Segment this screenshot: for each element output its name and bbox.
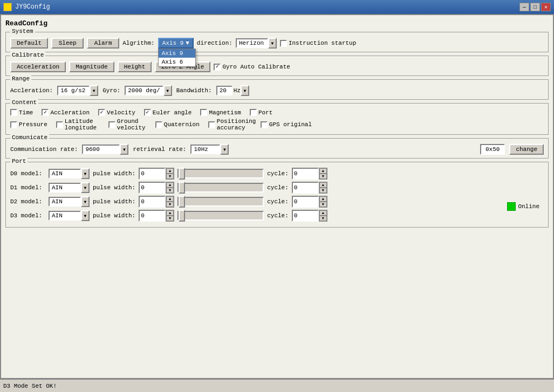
port-checkbox-container[interactable]: Port	[250, 109, 272, 116]
d2-cycle-spinbox[interactable]: ▲ ▼	[292, 196, 327, 208]
d2-slider[interactable]	[177, 197, 264, 207]
d2-model-select[interactable]: AIN ▼	[49, 196, 90, 207]
euler-checkbox-container[interactable]: Euler angle	[144, 109, 192, 116]
d0-model-select[interactable]: AIN ▼	[49, 168, 90, 179]
d0-pulse-spinbox-btns[interactable]: ▲ ▼	[166, 168, 174, 180]
d1-model-arrow[interactable]: ▼	[81, 182, 90, 193]
acceleration-button[interactable]: Acceleration	[10, 61, 66, 72]
d1-cycle-spinbox[interactable]: ▲ ▼	[292, 182, 327, 194]
comm-rate-select-container[interactable]: 9600 ▼	[82, 144, 128, 155]
d1-pulse-spinbox[interactable]: ▲ ▼	[139, 182, 174, 194]
bandwidth-arrow-button[interactable]: ▼	[241, 85, 249, 96]
direction-select-container[interactable]: Herizon ▼	[236, 38, 277, 49]
d2-cycle-input[interactable]	[292, 196, 319, 208]
d1-cycle-input[interactable]	[292, 182, 319, 194]
euler-checkbox[interactable]	[144, 109, 151, 116]
default-button[interactable]: Default	[10, 38, 48, 49]
minimize-button[interactable]: —	[519, 3, 529, 11]
gyro-auto-container[interactable]: Gyro Auto Calibrate	[214, 64, 290, 71]
accleration-select-container[interactable]: 16 g/s2 ▼	[57, 85, 98, 96]
d3-slider[interactable]	[177, 211, 264, 221]
latitude-checkbox[interactable]	[56, 121, 63, 128]
d0-pulse-up[interactable]: ▲	[166, 168, 174, 174]
positioning-checkbox-container[interactable]: Positioning accuracy	[208, 118, 252, 131]
d1-model-select[interactable]: AIN ▼	[49, 182, 90, 193]
algorithm-option-axis9[interactable]: Axis 9	[159, 49, 195, 58]
d2-pulse-input[interactable]	[139, 196, 166, 208]
ground-velocity-checkbox-container[interactable]: Ground velocity	[108, 118, 147, 131]
d2-cycle-down[interactable]: ▼	[319, 202, 327, 207]
time-checkbox[interactable]	[10, 109, 17, 116]
accleration-checkbox[interactable]	[42, 109, 49, 116]
d0-cycle-up[interactable]: ▲	[319, 168, 327, 174]
magnetism-checkbox-container[interactable]: Magnetism	[200, 109, 241, 116]
d3-cycle-spinbox-btns[interactable]: ▲ ▼	[319, 210, 327, 222]
retrieval-arrow-button[interactable]: ▼	[220, 144, 229, 155]
time-checkbox-container[interactable]: Time	[10, 109, 33, 116]
pressure-checkbox-container[interactable]: Pressure	[10, 118, 47, 131]
d3-cycle-spinbox[interactable]: ▲ ▼	[292, 210, 327, 222]
velocity-checkbox[interactable]	[98, 109, 105, 116]
d1-cycle-spinbox-btns[interactable]: ▲ ▼	[319, 182, 327, 194]
algorithm-dropdown-btn[interactable]: Axis 9 ▼	[158, 38, 194, 49]
ground-velocity-checkbox[interactable]	[108, 121, 115, 128]
d0-cycle-input[interactable]	[292, 168, 319, 180]
d2-cycle-up[interactable]: ▲	[319, 196, 327, 202]
gps-original-checkbox-container[interactable]: GPS original	[261, 118, 312, 131]
d3-model-select[interactable]: AIN ▼	[49, 210, 90, 221]
gyro-select-container[interactable]: 2000 deg/ ▼	[125, 85, 172, 96]
d3-model-arrow[interactable]: ▼	[81, 210, 90, 221]
d3-pulse-down[interactable]: ▼	[166, 216, 174, 221]
d0-cycle-down[interactable]: ▼	[319, 174, 327, 179]
magnetism-checkbox[interactable]	[200, 109, 207, 116]
d3-pulse-spinbox-btns[interactable]: ▲ ▼	[166, 210, 174, 222]
d3-pulse-input[interactable]	[139, 210, 166, 222]
d2-pulse-up[interactable]: ▲	[166, 196, 174, 202]
algorithm-option-axis6[interactable]: Axis 6	[159, 58, 195, 66]
instruction-startup-checkbox[interactable]	[280, 40, 287, 47]
sleep-button[interactable]: Sleep	[51, 38, 84, 49]
d0-pulse-spinbox[interactable]: ▲ ▼	[139, 168, 174, 180]
gyro-auto-checkbox[interactable]	[214, 64, 221, 71]
d2-pulse-down[interactable]: ▼	[166, 202, 174, 207]
algorithm-dropdown-list[interactable]: Axis 9 Axis 6	[158, 49, 196, 67]
d0-cycle-spinbox[interactable]: ▲ ▼	[292, 168, 327, 180]
height-button[interactable]: Height	[118, 61, 152, 72]
d3-cycle-input[interactable]	[292, 210, 319, 222]
accleration-checkbox-container[interactable]: Accleration	[42, 109, 90, 116]
d3-cycle-down[interactable]: ▼	[319, 216, 327, 221]
d0-pulse-input[interactable]	[139, 168, 166, 180]
quaternion-checkbox-container[interactable]: Quaternion	[155, 118, 200, 131]
d1-pulse-up[interactable]: ▲	[166, 182, 174, 188]
d0-model-arrow[interactable]: ▼	[81, 168, 90, 179]
bandwidth-select-container[interactable]: 20 Hz ▼	[216, 85, 249, 96]
d0-cycle-spinbox-btns[interactable]: ▲ ▼	[319, 168, 327, 180]
direction-arrow-button[interactable]: ▼	[268, 38, 277, 49]
comm-rate-arrow-button[interactable]: ▼	[120, 144, 128, 155]
d0-slider[interactable]	[177, 169, 264, 178]
quaternion-checkbox[interactable]	[155, 121, 162, 128]
d1-pulse-spinbox-btns[interactable]: ▲ ▼	[166, 182, 174, 194]
magnitude-button[interactable]: Magnitude	[69, 61, 114, 72]
d1-cycle-down[interactable]: ▼	[319, 188, 327, 193]
gyro-arrow-button[interactable]: ▼	[163, 85, 172, 96]
d3-cycle-up[interactable]: ▲	[319, 210, 327, 216]
port-checkbox[interactable]	[250, 109, 257, 116]
d3-pulse-spinbox[interactable]: ▲ ▼	[139, 210, 174, 222]
pressure-checkbox[interactable]	[10, 121, 17, 128]
accleration-arrow-button[interactable]: ▼	[90, 85, 98, 96]
alarm-button[interactable]: Alarm	[87, 38, 119, 49]
retrieval-select-container[interactable]: 10Hz ▼	[190, 144, 229, 155]
d2-model-arrow[interactable]: ▼	[81, 196, 90, 207]
d2-slider-thumb[interactable]	[179, 196, 185, 208]
d3-pulse-up[interactable]: ▲	[166, 210, 174, 216]
positioning-checkbox[interactable]	[208, 121, 215, 128]
close-button[interactable]: ✕	[541, 3, 551, 11]
velocity-checkbox-container[interactable]: Velocity	[98, 109, 135, 116]
d1-slider-thumb[interactable]	[179, 182, 185, 194]
d2-cycle-spinbox-btns[interactable]: ▲ ▼	[319, 196, 327, 208]
algorithm-dropdown-container[interactable]: Axis 9 ▼ Axis 9 Axis 6	[158, 38, 194, 49]
d1-slider[interactable]	[177, 183, 264, 192]
latitude-checkbox-container[interactable]: Latitude longitude	[56, 118, 100, 131]
d2-pulse-spinbox-btns[interactable]: ▲ ▼	[166, 196, 174, 208]
